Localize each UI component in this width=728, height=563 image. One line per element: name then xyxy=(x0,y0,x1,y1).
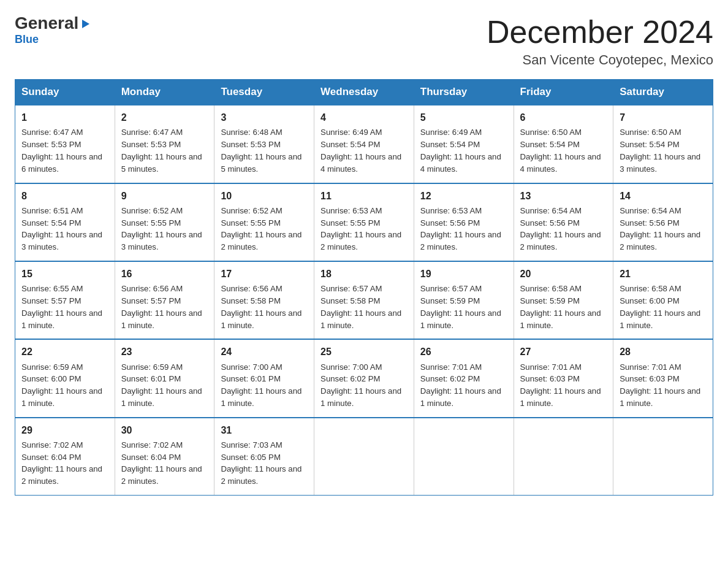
calendar-day-cell: 22 Sunrise: 6:59 AMSunset: 6:00 PMDaylig… xyxy=(15,339,115,417)
day-detail: Sunrise: 7:00 AMSunset: 6:01 PMDaylight:… xyxy=(221,362,301,408)
calendar-day-cell: 6 Sunrise: 6:50 AMSunset: 5:54 PMDayligh… xyxy=(514,105,613,183)
day-detail: Sunrise: 6:52 AMSunset: 5:55 PMDaylight:… xyxy=(221,206,301,251)
calendar-day-cell: 30 Sunrise: 7:02 AMSunset: 6:04 PMDaylig… xyxy=(115,418,214,496)
calendar-day-cell: 18 Sunrise: 6:57 AMSunset: 5:58 PMDaylig… xyxy=(314,261,414,339)
location-title: San Vicente Coyotepec, Mexico xyxy=(487,52,713,68)
page-header: General Blue December 2024 San Vicente C… xyxy=(15,15,713,68)
calendar-week-row: 29 Sunrise: 7:02 AMSunset: 6:04 PMDaylig… xyxy=(15,418,713,496)
day-detail: Sunrise: 6:47 AMSunset: 5:53 PMDaylight:… xyxy=(121,128,202,173)
calendar-day-cell: 3 Sunrise: 6:48 AMSunset: 5:53 PMDayligh… xyxy=(214,105,314,183)
calendar-day-cell: 24 Sunrise: 7:00 AMSunset: 6:01 PMDaylig… xyxy=(214,339,314,417)
day-number: 25 xyxy=(320,345,408,359)
calendar-week-row: 15 Sunrise: 6:55 AMSunset: 5:57 PMDaylig… xyxy=(15,261,713,339)
day-number: 10 xyxy=(221,189,308,203)
day-detail: Sunrise: 6:55 AMSunset: 5:57 PMDaylight:… xyxy=(21,284,102,329)
day-detail: Sunrise: 6:47 AMSunset: 5:53 PMDaylight:… xyxy=(21,128,102,173)
calendar-day-cell: 7 Sunrise: 6:50 AMSunset: 5:54 PMDayligh… xyxy=(613,105,713,183)
calendar-day-cell xyxy=(613,418,713,496)
day-number: 30 xyxy=(121,423,208,437)
calendar-day-cell: 11 Sunrise: 6:53 AMSunset: 5:55 PMDaylig… xyxy=(314,183,414,261)
day-detail: Sunrise: 6:57 AMSunset: 5:58 PMDaylight:… xyxy=(320,284,401,329)
day-number: 3 xyxy=(221,110,308,124)
day-detail: Sunrise: 6:48 AMSunset: 5:53 PMDaylight:… xyxy=(221,128,301,173)
weekday-header-thursday: Thursday xyxy=(414,80,514,105)
calendar-day-cell: 20 Sunrise: 6:58 AMSunset: 5:59 PMDaylig… xyxy=(514,261,613,339)
day-detail: Sunrise: 7:02 AMSunset: 6:04 PMDaylight:… xyxy=(121,440,202,486)
day-number: 18 xyxy=(320,267,408,281)
calendar-day-cell: 15 Sunrise: 6:55 AMSunset: 5:57 PMDaylig… xyxy=(15,261,115,339)
day-number: 7 xyxy=(620,110,707,124)
day-number: 8 xyxy=(21,189,108,203)
day-number: 11 xyxy=(320,189,408,203)
calendar-day-cell: 26 Sunrise: 7:01 AMSunset: 6:02 PMDaylig… xyxy=(414,339,514,417)
day-number: 26 xyxy=(420,345,507,359)
day-detail: Sunrise: 6:56 AMSunset: 5:58 PMDaylight:… xyxy=(221,284,301,329)
day-number: 15 xyxy=(21,267,108,281)
day-detail: Sunrise: 7:01 AMSunset: 6:02 PMDaylight:… xyxy=(420,362,501,408)
day-number: 27 xyxy=(520,345,607,359)
day-detail: Sunrise: 6:59 AMSunset: 6:01 PMDaylight:… xyxy=(121,362,202,408)
calendar-table: SundayMondayTuesdayWednesdayThursdayFrid… xyxy=(15,79,713,496)
calendar-day-cell: 9 Sunrise: 6:52 AMSunset: 5:55 PMDayligh… xyxy=(115,183,214,261)
day-detail: Sunrise: 6:56 AMSunset: 5:57 PMDaylight:… xyxy=(121,284,202,329)
day-number: 28 xyxy=(620,345,707,359)
day-detail: Sunrise: 6:53 AMSunset: 5:55 PMDaylight:… xyxy=(320,206,401,251)
day-detail: Sunrise: 6:54 AMSunset: 5:56 PMDaylight:… xyxy=(520,206,601,251)
calendar-day-cell: 5 Sunrise: 6:49 AMSunset: 5:54 PMDayligh… xyxy=(414,105,514,183)
day-number: 16 xyxy=(121,267,208,281)
weekday-header-row: SundayMondayTuesdayWednesdayThursdayFrid… xyxy=(15,80,713,105)
day-number: 24 xyxy=(221,345,308,359)
calendar-day-cell xyxy=(414,418,514,496)
calendar-day-cell: 31 Sunrise: 7:03 AMSunset: 6:05 PMDaylig… xyxy=(214,418,314,496)
calendar-day-cell: 27 Sunrise: 7:01 AMSunset: 6:03 PMDaylig… xyxy=(514,339,613,417)
weekday-header-wednesday: Wednesday xyxy=(314,80,414,105)
day-number: 21 xyxy=(620,267,707,281)
calendar-week-row: 8 Sunrise: 6:51 AMSunset: 5:54 PMDayligh… xyxy=(15,183,713,261)
day-number: 23 xyxy=(121,345,208,359)
svg-marker-0 xyxy=(82,20,89,28)
day-detail: Sunrise: 6:50 AMSunset: 5:54 PMDaylight:… xyxy=(620,128,700,173)
calendar-day-cell: 10 Sunrise: 6:52 AMSunset: 5:55 PMDaylig… xyxy=(214,183,314,261)
day-number: 22 xyxy=(21,345,108,359)
day-number: 19 xyxy=(420,267,507,281)
title-section: December 2024 San Vicente Coyotepec, Mex… xyxy=(487,15,713,68)
calendar-day-cell: 1 Sunrise: 6:47 AMSunset: 5:53 PMDayligh… xyxy=(15,105,115,183)
day-number: 31 xyxy=(221,423,308,437)
weekday-header-friday: Friday xyxy=(514,80,613,105)
day-number: 12 xyxy=(420,189,507,203)
calendar-day-cell: 19 Sunrise: 6:57 AMSunset: 5:59 PMDaylig… xyxy=(414,261,514,339)
day-detail: Sunrise: 6:50 AMSunset: 5:54 PMDaylight:… xyxy=(520,128,601,173)
day-detail: Sunrise: 7:01 AMSunset: 6:03 PMDaylight:… xyxy=(620,362,700,408)
day-number: 17 xyxy=(221,267,308,281)
logo-subtitle: Blue xyxy=(15,33,39,46)
day-number: 5 xyxy=(420,110,507,124)
calendar-day-cell: 17 Sunrise: 6:56 AMSunset: 5:58 PMDaylig… xyxy=(214,261,314,339)
day-detail: Sunrise: 7:02 AMSunset: 6:04 PMDaylight:… xyxy=(21,440,102,486)
day-detail: Sunrise: 6:58 AMSunset: 6:00 PMDaylight:… xyxy=(620,284,700,329)
day-detail: Sunrise: 7:00 AMSunset: 6:02 PMDaylight:… xyxy=(320,362,401,408)
day-detail: Sunrise: 7:01 AMSunset: 6:03 PMDaylight:… xyxy=(520,362,601,408)
day-detail: Sunrise: 6:51 AMSunset: 5:54 PMDaylight:… xyxy=(21,206,102,251)
calendar-day-cell: 14 Sunrise: 6:54 AMSunset: 5:56 PMDaylig… xyxy=(613,183,713,261)
calendar-day-cell xyxy=(514,418,613,496)
calendar-day-cell: 21 Sunrise: 6:58 AMSunset: 6:00 PMDaylig… xyxy=(613,261,713,339)
calendar-day-cell: 4 Sunrise: 6:49 AMSunset: 5:54 PMDayligh… xyxy=(314,105,414,183)
day-detail: Sunrise: 6:57 AMSunset: 5:59 PMDaylight:… xyxy=(420,284,501,329)
day-detail: Sunrise: 6:53 AMSunset: 5:56 PMDaylight:… xyxy=(420,206,501,251)
calendar-day-cell xyxy=(314,418,414,496)
logo-text: General xyxy=(15,15,92,32)
day-detail: Sunrise: 6:49 AMSunset: 5:54 PMDaylight:… xyxy=(420,128,501,173)
day-detail: Sunrise: 6:49 AMSunset: 5:54 PMDaylight:… xyxy=(320,128,401,173)
weekday-header-saturday: Saturday xyxy=(613,80,713,105)
weekday-header-tuesday: Tuesday xyxy=(214,80,314,105)
day-number: 9 xyxy=(121,189,208,203)
day-number: 14 xyxy=(620,189,707,203)
weekday-header-sunday: Sunday xyxy=(15,80,115,105)
calendar-day-cell: 8 Sunrise: 6:51 AMSunset: 5:54 PMDayligh… xyxy=(15,183,115,261)
day-number: 6 xyxy=(520,110,607,124)
day-number: 1 xyxy=(21,110,108,124)
day-number: 20 xyxy=(520,267,607,281)
calendar-day-cell: 28 Sunrise: 7:01 AMSunset: 6:03 PMDaylig… xyxy=(613,339,713,417)
logo: General Blue xyxy=(15,15,92,46)
calendar-day-cell: 13 Sunrise: 6:54 AMSunset: 5:56 PMDaylig… xyxy=(514,183,613,261)
